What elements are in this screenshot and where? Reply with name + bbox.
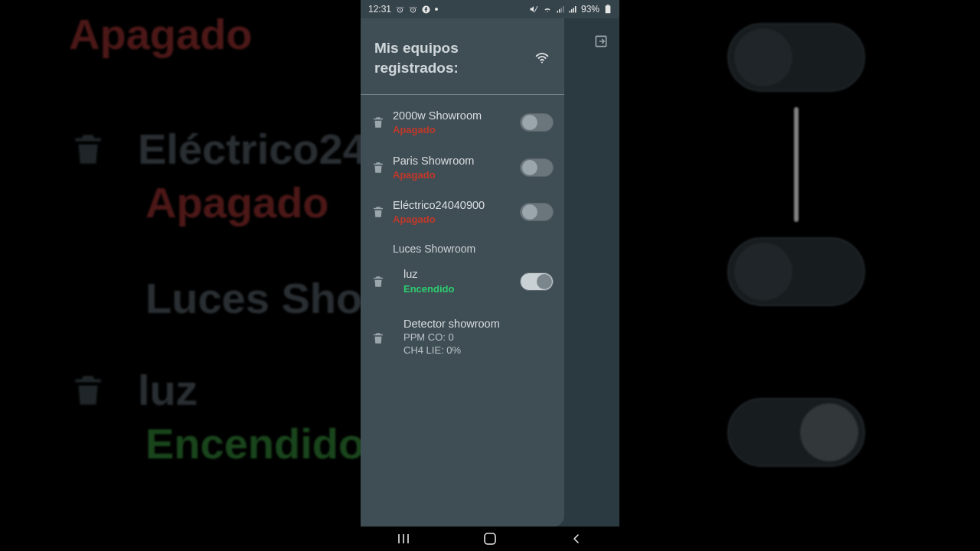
device-name: 2000w Showroom: [393, 109, 512, 122]
bg-right-column: [612, 0, 980, 551]
device-toggle[interactable]: [520, 113, 554, 132]
battery-icon: [604, 5, 612, 14]
device-row[interactable]: Paris Showroom Apagado: [368, 148, 557, 187]
svg-rect-11: [575, 6, 577, 13]
video-frame: Apagado Eléctrico240 Apagado Luces Show …: [0, 0, 980, 551]
trash-icon: [69, 126, 107, 172]
svg-rect-12: [606, 5, 611, 13]
drawer-title-line2: registrados:: [374, 60, 459, 76]
svg-rect-13: [607, 5, 609, 5]
detector-title: Detector showroom: [403, 317, 554, 331]
detector-row[interactable]: Detector showroom PPM CO: 0 CH4 LIE: 0%: [368, 311, 557, 364]
device-toggle[interactable]: [520, 203, 554, 221]
device-row[interactable]: luz Encendido: [368, 261, 557, 301]
drawer-header: Mis equipos registrados:: [361, 18, 564, 94]
facebook-icon: [422, 5, 430, 14]
wifi-icon[interactable]: [534, 50, 550, 67]
home-button[interactable]: [467, 532, 513, 546]
trash-icon[interactable]: [371, 204, 385, 220]
device-name: Eléctrico24040900: [393, 198, 512, 212]
wifi-signal-icon: [543, 5, 552, 13]
trash-icon[interactable]: [371, 274, 385, 289]
drawer-title-line1: Mis equipos: [374, 40, 459, 56]
trash-icon[interactable]: [371, 115, 385, 130]
device-status: Encendido: [403, 283, 512, 295]
group-title: Luces Showroom: [368, 236, 557, 256]
device-name: luz: [403, 267, 512, 281]
bg-device-name: Eléctrico240: [138, 122, 390, 176]
recents-button[interactable]: [381, 533, 426, 544]
bg-toggle-on: [727, 398, 865, 467]
device-list[interactable]: 2000w Showroom Apagado Paris Showroom Ap…: [361, 95, 564, 371]
app-area: Mis equipos registrados:: [361, 18, 619, 527]
exit-icon[interactable]: [593, 34, 609, 49]
android-nav-bar: [361, 527, 619, 551]
device-toggle[interactable]: [520, 158, 554, 177]
bg-toggle-off: [727, 237, 865, 306]
status-bar: 12:31 93%: [361, 0, 619, 18]
device-toggle[interactable]: [520, 272, 554, 291]
mute-icon: [529, 5, 538, 14]
trash-icon[interactable]: [371, 331, 385, 346]
trash-icon[interactable]: [371, 160, 385, 175]
svg-line-3: [534, 6, 537, 12]
cell-signal-icon: [569, 5, 577, 13]
bg-toggle-off: [727, 23, 865, 92]
bg-scroll-indicator: [794, 107, 799, 222]
svg-rect-6: [560, 8, 562, 13]
phone-frame: 12:31 93% Mis equipos regist: [361, 0, 619, 551]
trash-icon: [69, 367, 107, 413]
battery-percent: 93%: [581, 4, 599, 15]
svg-rect-7: [563, 6, 564, 13]
detector-line: CH4 LIE: 0%: [403, 344, 554, 357]
svg-rect-9: [571, 9, 573, 13]
bg-device-name: luz: [138, 364, 198, 417]
device-row[interactable]: 2000w Showroom Apagado: [368, 103, 557, 142]
device-name: Paris Showroom: [393, 154, 512, 168]
cell-signal-icon: [557, 5, 564, 13]
device-status: Apagado: [393, 214, 512, 226]
svg-rect-5: [559, 9, 560, 13]
status-time: 12:31: [368, 4, 391, 15]
detector-line: PPM CO: 0: [403, 331, 554, 344]
svg-point-14: [541, 61, 543, 63]
divider: [361, 94, 564, 95]
device-row[interactable]: Eléctrico24040900 Apagado: [368, 192, 557, 232]
side-drawer[interactable]: Mis equipos registrados:: [361, 18, 564, 527]
more-notifications-dot: [435, 8, 438, 11]
device-status: Apagado: [393, 169, 512, 181]
svg-rect-8: [569, 11, 570, 13]
back-button[interactable]: [554, 533, 599, 544]
svg-rect-4: [557, 11, 558, 13]
device-status: Apagado: [393, 124, 512, 136]
svg-rect-10: [573, 8, 574, 13]
alarm-icon: [396, 5, 404, 14]
app-main-behind-drawer[interactable]: [564, 18, 619, 527]
drawer-title: Mis equipos registrados:: [374, 38, 459, 77]
alarm-icon: [409, 5, 417, 14]
svg-rect-19: [485, 533, 495, 544]
